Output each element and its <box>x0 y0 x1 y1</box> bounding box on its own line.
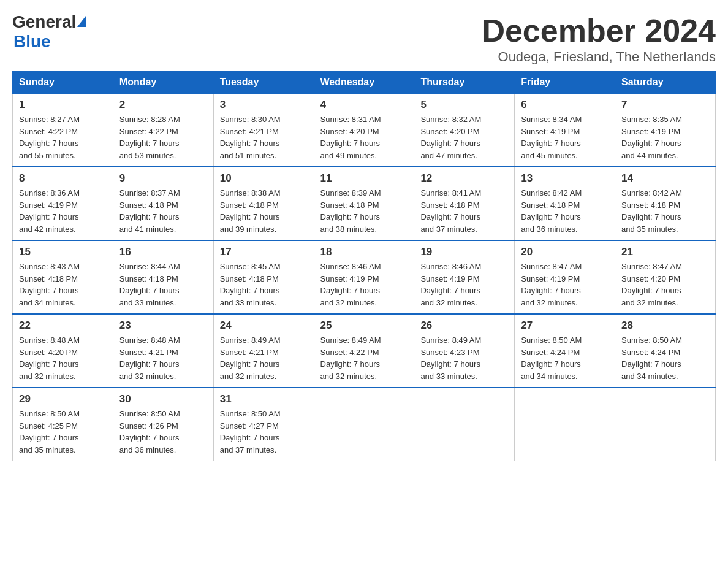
day-number: 13 <box>521 172 609 185</box>
calendar-cell: 3 Sunrise: 8:30 AM Sunset: 4:21 PM Dayli… <box>213 93 314 167</box>
day-info: Sunrise: 8:46 AM Sunset: 4:19 PM Dayligh… <box>320 261 408 308</box>
title-block: December 2024 Oudega, Friesland, The Net… <box>482 12 716 65</box>
header-thursday: Thursday <box>414 72 515 94</box>
calendar-cell: 21 Sunrise: 8:47 AM Sunset: 4:20 PM Dayl… <box>615 240 716 314</box>
calendar-cell: 15 Sunrise: 8:43 AM Sunset: 4:18 PM Dayl… <box>13 240 113 314</box>
calendar-cell <box>314 388 414 461</box>
day-info: Sunrise: 8:47 AM Sunset: 4:19 PM Dayligh… <box>521 261 609 308</box>
day-number: 23 <box>119 320 207 332</box>
day-info: Sunrise: 8:50 AM Sunset: 4:27 PM Dayligh… <box>220 408 308 456</box>
day-number: 1 <box>19 99 107 111</box>
calendar-cell: 16 Sunrise: 8:44 AM Sunset: 4:18 PM Dayl… <box>113 240 213 314</box>
calendar-cell <box>515 388 615 461</box>
calendar-cell: 24 Sunrise: 8:49 AM Sunset: 4:21 PM Dayl… <box>213 314 314 388</box>
day-info: Sunrise: 8:35 AM Sunset: 4:19 PM Dayligh… <box>621 113 709 161</box>
logo: General Blue <box>12 12 86 52</box>
day-info: Sunrise: 8:34 AM Sunset: 4:19 PM Dayligh… <box>521 113 609 161</box>
day-number: 30 <box>119 393 207 405</box>
day-number: 24 <box>220 320 308 332</box>
day-info: Sunrise: 8:47 AM Sunset: 4:20 PM Dayligh… <box>621 261 709 308</box>
day-info: Sunrise: 8:48 AM Sunset: 4:20 PM Dayligh… <box>19 334 107 382</box>
day-info: Sunrise: 8:49 AM Sunset: 4:21 PM Dayligh… <box>220 334 308 382</box>
calendar-cell: 31 Sunrise: 8:50 AM Sunset: 4:27 PM Dayl… <box>213 388 314 461</box>
calendar-cell: 22 Sunrise: 8:48 AM Sunset: 4:20 PM Dayl… <box>13 314 113 388</box>
day-number: 11 <box>320 172 408 185</box>
calendar-cell: 29 Sunrise: 8:50 AM Sunset: 4:25 PM Dayl… <box>13 388 113 461</box>
calendar-week-row: 8 Sunrise: 8:36 AM Sunset: 4:19 PM Dayli… <box>13 167 716 240</box>
calendar-cell: 6 Sunrise: 8:34 AM Sunset: 4:19 PM Dayli… <box>515 93 615 167</box>
day-number: 15 <box>19 246 107 258</box>
day-info: Sunrise: 8:41 AM Sunset: 4:18 PM Dayligh… <box>420 187 508 235</box>
day-info: Sunrise: 8:45 AM Sunset: 4:18 PM Dayligh… <box>220 261 308 308</box>
day-number: 7 <box>621 99 709 111</box>
calendar-cell: 28 Sunrise: 8:50 AM Sunset: 4:24 PM Dayl… <box>615 314 716 388</box>
calendar-cell: 5 Sunrise: 8:32 AM Sunset: 4:20 PM Dayli… <box>414 93 515 167</box>
day-number: 5 <box>420 99 508 111</box>
header-tuesday: Tuesday <box>213 72 314 94</box>
calendar-header: Sunday Monday Tuesday Wednesday Thursday… <box>13 72 716 94</box>
day-info: Sunrise: 8:30 AM Sunset: 4:21 PM Dayligh… <box>220 113 308 161</box>
header-monday: Monday <box>113 72 213 94</box>
page-header: General Blue December 2024 Oudega, Fries… <box>12 12 716 65</box>
calendar-cell: 27 Sunrise: 8:50 AM Sunset: 4:24 PM Dayl… <box>515 314 615 388</box>
calendar-cell: 11 Sunrise: 8:39 AM Sunset: 4:18 PM Dayl… <box>314 167 414 240</box>
calendar-cell: 8 Sunrise: 8:36 AM Sunset: 4:19 PM Dayli… <box>13 167 113 240</box>
calendar-cell: 14 Sunrise: 8:42 AM Sunset: 4:18 PM Dayl… <box>615 167 716 240</box>
day-info: Sunrise: 8:43 AM Sunset: 4:18 PM Dayligh… <box>19 261 107 308</box>
day-info: Sunrise: 8:50 AM Sunset: 4:24 PM Dayligh… <box>521 334 609 382</box>
day-number: 26 <box>420 320 508 332</box>
day-info: Sunrise: 8:49 AM Sunset: 4:22 PM Dayligh… <box>320 334 408 382</box>
day-number: 12 <box>420 172 508 185</box>
header-sunday: Sunday <box>13 72 113 94</box>
day-info: Sunrise: 8:48 AM Sunset: 4:21 PM Dayligh… <box>119 334 207 382</box>
day-number: 28 <box>621 320 709 332</box>
day-number: 19 <box>420 246 508 258</box>
header-saturday: Saturday <box>615 72 716 94</box>
calendar-cell: 4 Sunrise: 8:31 AM Sunset: 4:20 PM Dayli… <box>314 93 414 167</box>
day-number: 29 <box>19 393 107 405</box>
calendar-cell: 7 Sunrise: 8:35 AM Sunset: 4:19 PM Dayli… <box>615 93 716 167</box>
calendar-cell <box>615 388 716 461</box>
calendar-cell: 25 Sunrise: 8:49 AM Sunset: 4:22 PM Dayl… <box>314 314 414 388</box>
calendar-cell: 12 Sunrise: 8:41 AM Sunset: 4:18 PM Dayl… <box>414 167 515 240</box>
day-number: 2 <box>119 99 207 111</box>
calendar-body: 1 Sunrise: 8:27 AM Sunset: 4:22 PM Dayli… <box>13 93 716 461</box>
day-info: Sunrise: 8:37 AM Sunset: 4:18 PM Dayligh… <box>119 187 207 235</box>
page-subtitle: Oudega, Friesland, The Netherlands <box>482 49 716 65</box>
calendar-week-row: 22 Sunrise: 8:48 AM Sunset: 4:20 PM Dayl… <box>13 314 716 388</box>
logo-triangle-icon <box>77 16 86 27</box>
day-number: 8 <box>19 172 107 185</box>
page-title: December 2024 <box>482 12 716 49</box>
calendar-cell: 17 Sunrise: 8:45 AM Sunset: 4:18 PM Dayl… <box>213 240 314 314</box>
day-number: 6 <box>521 99 609 111</box>
day-info: Sunrise: 8:38 AM Sunset: 4:18 PM Dayligh… <box>220 187 308 235</box>
calendar-cell: 18 Sunrise: 8:46 AM Sunset: 4:19 PM Dayl… <box>314 240 414 314</box>
day-number: 14 <box>621 172 709 185</box>
day-number: 22 <box>19 320 107 332</box>
logo-general: General <box>12 12 76 32</box>
calendar-cell: 26 Sunrise: 8:49 AM Sunset: 4:23 PM Dayl… <box>414 314 515 388</box>
calendar-cell: 10 Sunrise: 8:38 AM Sunset: 4:18 PM Dayl… <box>213 167 314 240</box>
day-info: Sunrise: 8:42 AM Sunset: 4:18 PM Dayligh… <box>621 187 709 235</box>
calendar-cell: 9 Sunrise: 8:37 AM Sunset: 4:18 PM Dayli… <box>113 167 213 240</box>
calendar-cell: 30 Sunrise: 8:50 AM Sunset: 4:26 PM Dayl… <box>113 388 213 461</box>
day-number: 21 <box>621 246 709 258</box>
day-number: 16 <box>119 246 207 258</box>
calendar-week-row: 29 Sunrise: 8:50 AM Sunset: 4:25 PM Dayl… <box>13 388 716 461</box>
logo-blue-text: Blue <box>13 32 51 52</box>
day-info: Sunrise: 8:50 AM Sunset: 4:24 PM Dayligh… <box>621 334 709 382</box>
day-info: Sunrise: 8:39 AM Sunset: 4:18 PM Dayligh… <box>320 187 408 235</box>
day-number: 4 <box>320 99 408 111</box>
header-friday: Friday <box>515 72 615 94</box>
calendar-table: Sunday Monday Tuesday Wednesday Thursday… <box>12 71 716 461</box>
day-number: 9 <box>119 172 207 185</box>
day-info: Sunrise: 8:36 AM Sunset: 4:19 PM Dayligh… <box>19 187 107 235</box>
logo-text: General <box>12 12 86 32</box>
calendar-cell: 1 Sunrise: 8:27 AM Sunset: 4:22 PM Dayli… <box>13 93 113 167</box>
day-info: Sunrise: 8:42 AM Sunset: 4:18 PM Dayligh… <box>521 187 609 235</box>
day-info: Sunrise: 8:27 AM Sunset: 4:22 PM Dayligh… <box>19 113 107 161</box>
calendar-cell <box>414 388 515 461</box>
day-info: Sunrise: 8:50 AM Sunset: 4:25 PM Dayligh… <box>19 408 107 456</box>
day-number: 3 <box>220 99 308 111</box>
calendar-cell: 13 Sunrise: 8:42 AM Sunset: 4:18 PM Dayl… <box>515 167 615 240</box>
